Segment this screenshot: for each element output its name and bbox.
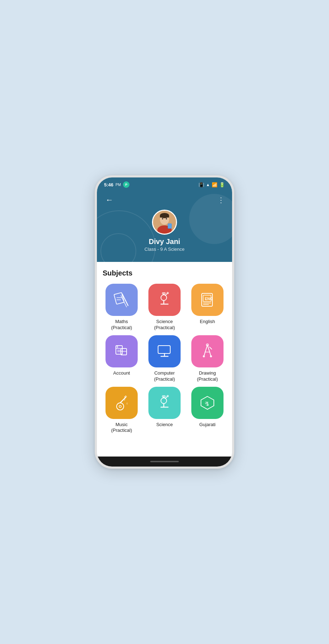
- phone-container: 5:46 PM P 📳 ▲ 📶 🔋 ← ⋮: [95, 175, 234, 469]
- status-icons: 📳 ▲ 📶 🔋: [198, 182, 225, 187]
- subject-icon-drawing: [191, 335, 224, 367]
- subject-maths-practical[interactable]: Maths(Practical): [103, 284, 141, 331]
- avatar-image: [153, 211, 176, 234]
- subject-icon-computer: [148, 335, 181, 367]
- user-class: Class - 9 A Science: [144, 247, 185, 252]
- svg-point-45: [117, 403, 124, 410]
- svg-rect-5: [160, 215, 169, 217]
- signal-icon: ▲: [206, 182, 210, 187]
- svg-text:♫: ♫: [126, 402, 128, 405]
- period-label: PM: [116, 183, 121, 187]
- microscope-icon: [155, 291, 174, 309]
- subject-account[interactable]: $ Account: [103, 335, 141, 382]
- svg-line-39: [207, 345, 211, 356]
- subject-label-science-practical: Science(Practical): [154, 319, 175, 331]
- subjects-grid: Maths(Practical) Science(Practical): [103, 284, 226, 434]
- subject-computer-practical[interactable]: Computer(Practical): [146, 335, 183, 382]
- subject-english[interactable]: ENG English: [188, 284, 226, 331]
- header-top-row: ← ⋮: [104, 194, 225, 206]
- monitor-icon: [155, 342, 174, 361]
- wifi-icon: 📶: [212, 182, 217, 187]
- subject-music-practical[interactable]: ♪ ♫ Music(Practical): [103, 387, 141, 434]
- app-notification-dot: P: [123, 181, 129, 188]
- svg-rect-9: [168, 224, 171, 228]
- svg-line-38: [204, 345, 207, 356]
- avatar: [152, 210, 177, 235]
- eng-book-icon: ENG: [198, 291, 217, 309]
- svg-text:♪: ♪: [124, 397, 126, 401]
- compass-ruler-icon: [112, 291, 131, 309]
- svg-text:ENG: ENG: [205, 297, 213, 301]
- profile-header: ← ⋮: [97, 190, 232, 262]
- vibrate-icon: 📳: [198, 182, 204, 187]
- svg-point-19: [167, 292, 168, 294]
- status-bar: 5:46 PM P 📳 ▲ 📶 🔋: [97, 177, 232, 190]
- svg-rect-35: [158, 346, 170, 353]
- subject-science[interactable]: Science: [146, 387, 183, 434]
- subject-icon-gujarati: ગુ: [191, 387, 224, 419]
- avatar-svg: [153, 211, 176, 234]
- subjects-section-title: Subjects: [103, 269, 226, 277]
- subject-icon-science-practical: [148, 284, 181, 316]
- subject-icon-science: [148, 387, 181, 419]
- subject-label-maths: Maths(Practical): [111, 319, 132, 331]
- subject-gujarati[interactable]: ગુ Gujarati: [188, 387, 226, 434]
- svg-point-52: [161, 398, 167, 404]
- account-calc-icon: $: [112, 342, 131, 361]
- svg-line-44: [210, 347, 212, 349]
- home-indicator: [97, 457, 232, 467]
- subject-icon-english: ENG: [191, 284, 224, 316]
- time-label: 5:46: [104, 182, 113, 187]
- content-area: Subjects Maths(Practical): [97, 262, 232, 457]
- subject-label-science: Science: [156, 422, 173, 428]
- svg-point-46: [119, 405, 121, 408]
- user-name: Divy Jani: [149, 238, 180, 246]
- svg-point-56: [167, 395, 168, 397]
- back-button[interactable]: ←: [104, 194, 115, 206]
- svg-point-7: [166, 218, 167, 220]
- subject-drawing-practical[interactable]: Drawing(Practical): [188, 335, 226, 382]
- microscope2-icon: [155, 394, 174, 412]
- gujarati-symbol-icon: ગુ: [198, 394, 217, 412]
- guitar-music-icon: ♪ ♫: [112, 394, 131, 412]
- subject-label-computer: Computer(Practical): [154, 370, 175, 382]
- deco-circle: [100, 233, 136, 262]
- subject-icon-music: ♪ ♫: [105, 387, 138, 419]
- battery-icon: 🔋: [219, 182, 225, 187]
- svg-text:ગુ: ગુ: [205, 400, 209, 406]
- subject-label-english: English: [200, 319, 215, 325]
- home-bar: [150, 461, 179, 462]
- svg-point-15: [161, 295, 167, 301]
- compass-draw-icon: [198, 342, 217, 361]
- more-options-button[interactable]: ⋮: [217, 196, 225, 204]
- subject-label-gujarati: Gujarati: [199, 422, 216, 428]
- svg-point-6: [162, 218, 163, 220]
- subject-icon-account: $: [105, 335, 138, 367]
- subject-label-account: Account: [113, 370, 130, 376]
- subject-label-drawing: Drawing(Practical): [197, 370, 218, 382]
- subject-science-practical[interactable]: Science(Practical): [146, 284, 183, 331]
- subject-icon-maths: [105, 284, 138, 316]
- subject-label-music: Music(Practical): [111, 422, 132, 434]
- svg-text:$: $: [117, 345, 118, 348]
- status-time: 5:46 PM P: [104, 181, 129, 188]
